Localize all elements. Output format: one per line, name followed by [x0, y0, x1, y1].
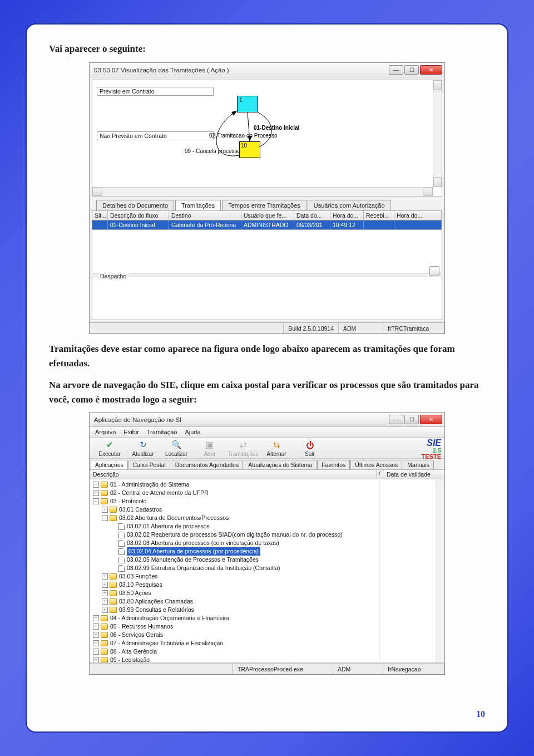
expand-icon[interactable]: + — [102, 598, 108, 605]
diagram-label-cancela: 99 - Cancela processo — [185, 148, 240, 154]
tree-view[interactable]: +01 - Administração do Sistema+02 - Cent… — [90, 479, 444, 663]
expand-icon[interactable]: + — [93, 624, 99, 630]
tab-atualizacoes[interactable]: Atualizações do Sistema — [244, 460, 317, 469]
status-form: frTRCTramitaca — [383, 323, 444, 333]
menu-arquivo[interactable]: Arquivo — [95, 429, 116, 435]
tree-item[interactable]: +03.50 Ações — [90, 589, 444, 597]
status-user2: ADM — [333, 663, 383, 674]
tree-item[interactable]: +03.01 Cadastros — [90, 505, 444, 514]
tree-item[interactable]: +08 - Alta Gerência — [90, 647, 444, 656]
tree-item[interactable]: +03.80 Aplicações Chamadas — [90, 597, 444, 606]
tree-item[interactable]: 03.02.02 Reabertura de processos SIAD(co… — [90, 531, 444, 539]
tab-caixa-postal[interactable]: Caixa Postal — [128, 460, 170, 469]
tool-atualizar[interactable]: ↻Atualizar — [126, 440, 160, 457]
nav-maximize-button[interactable]: ☐ — [404, 415, 419, 424]
tree-item[interactable]: +02 - Central de Atendimento da UFPR — [90, 489, 444, 497]
col-descricao[interactable]: Descrição — [90, 470, 377, 479]
scrollbar-vertical[interactable] — [433, 80, 442, 187]
tab-manuais[interactable]: Manuais — [403, 460, 434, 469]
expand-icon[interactable]: + — [102, 582, 108, 588]
intro-text: Vai aparecer o seguinte: — [49, 43, 485, 55]
tab-tempos[interactable]: Tempos entre Tramitações — [222, 200, 306, 210]
tool-localizar[interactable]: 🔍Localizar — [160, 440, 193, 457]
tool-label: Sair — [305, 451, 315, 457]
tree-item[interactable]: +01 - Administração do Sistema — [90, 480, 444, 489]
tree-item[interactable]: +06 - Serviços Gerais — [90, 631, 444, 639]
status-bar: Build 2.5.0.10914 ADM frTRCTramitaca — [90, 322, 444, 333]
tree-item-label: 03.50 Ações — [119, 589, 151, 597]
tree-item[interactable]: 03.02.99 Estrutura Organizacional da Ins… — [90, 564, 444, 572]
tab-detalhes[interactable]: Detalhes do Documento — [96, 200, 174, 210]
expand-icon[interactable]: + — [93, 649, 99, 655]
collapse-icon[interactable]: - — [93, 498, 99, 504]
folder-icon — [101, 615, 108, 621]
tree-item[interactable]: +05 - Recursos Humanos — [90, 622, 444, 631]
tree-item[interactable]: 03.02.05 Manutenção de Processos e Trami… — [90, 556, 444, 564]
tool-sair[interactable]: ⏻Sair — [293, 440, 327, 457]
expand-icon[interactable]: + — [102, 607, 108, 613]
nav-titlebar: Aplicação de Navegação no SI — ☐ ✕ — [90, 413, 444, 427]
status-exe: TRAProcessoProced.exe — [233, 663, 333, 674]
maximize-button[interactable]: ☐ — [404, 65, 419, 75]
tree-item-label: 03.03 Funções — [119, 572, 157, 581]
tree-item-label: 03.02 Abertura de Documentos/Processos — [119, 514, 229, 522]
col-divider-handle[interactable]: / — [377, 470, 383, 479]
expand-icon[interactable]: + — [102, 573, 108, 580]
tree-item[interactable]: +04 - Administração Orçamentária e Finan… — [90, 614, 444, 622]
diagram-label-tramitacao: 02-Tramitacao do Processo — [209, 132, 277, 139]
expand-icon[interactable]: + — [93, 490, 99, 496]
tree-item[interactable]: -03.02 Abertura de Documentos/Processos — [90, 514, 444, 522]
tree-item[interactable]: 03.02.01 Abertura de processos — [90, 522, 444, 531]
despacho-groupbox: Despacho — [92, 277, 442, 320]
scrollbar-horizontal[interactable] — [92, 187, 433, 196]
tab-ultimos[interactable]: Últimos Acessos — [350, 460, 402, 469]
tool-icon: ⇄ — [238, 440, 248, 450]
tab-tramitacoes[interactable]: Tramitações — [175, 200, 221, 210]
expand-icon[interactable]: + — [93, 632, 99, 638]
nav-minimize-button[interactable]: — — [389, 415, 403, 424]
tree-item-label: 03.02.01 Abertura de processos — [127, 522, 210, 531]
tab-usuarios[interactable]: Usuários com Autorização — [308, 200, 391, 210]
expand-icon[interactable]: + — [102, 590, 108, 596]
tree-item[interactable]: +07 - Administração Tributária e Fiscali… — [90, 639, 444, 647]
print-icon[interactable] — [429, 266, 439, 276]
expand-icon[interactable]: + — [93, 615, 99, 621]
menu-ajuda[interactable]: Ajuda — [185, 429, 200, 435]
tool-label: Executar — [98, 451, 120, 457]
tree-item[interactable]: +03.03 Funções — [90, 572, 444, 581]
expand-icon[interactable]: + — [93, 640, 99, 646]
tab-favoritos[interactable]: Favoritos — [317, 460, 350, 469]
expand-icon[interactable]: + — [102, 507, 108, 513]
tab-doc-agendados[interactable]: Documentos Agendados — [171, 460, 243, 469]
tab-row: Detalhes do Documento Tramitações Tempos… — [92, 200, 442, 210]
paragraph-2: Na arvore de navegação do SIE, clique em… — [49, 378, 485, 406]
menu-tramitacao[interactable]: Tramitação — [147, 429, 177, 435]
minimize-button[interactable]: — — [389, 65, 403, 75]
tool-alternar[interactable]: ⇆Alternar — [260, 440, 293, 457]
tool-abrir: ▣Abrir — [193, 440, 226, 457]
nav-tab-row: Aplicações Caixa Postal Documentos Agend… — [90, 459, 444, 470]
page-frame: Vai aparecer o seguinte: 03.50.07 Visual… — [26, 23, 508, 733]
nav-close-button[interactable]: ✕ — [420, 415, 442, 424]
tree-item[interactable]: 03.02.04 Abertura de processos (por proc… — [90, 547, 444, 556]
tab-aplicacoes[interactable]: Aplicações — [91, 460, 128, 469]
expand-icon[interactable]: + — [93, 482, 99, 488]
tool-executar[interactable]: ✔Executar — [93, 440, 126, 457]
tree-item-label: 03.02.99 Estrutura Organizacional da Ins… — [127, 564, 280, 572]
tree-item-label: 05 - Recursos Humanos — [110, 622, 173, 631]
menu-exibir[interactable]: Exibir — [123, 429, 139, 435]
expand-icon[interactable]: + — [93, 657, 99, 663]
tree-scrollbar[interactable] — [436, 479, 444, 662]
tree-item[interactable]: +09 - Legislação — [90, 656, 444, 663]
tool-label: Tramitações — [228, 451, 259, 457]
despacho-legend: Despacho — [98, 273, 128, 279]
grid-row-selected[interactable]: 01-Destino Inicial Gabinete da Pró-Reito… — [92, 220, 442, 230]
status-user: ADM — [339, 323, 383, 333]
tree-item[interactable]: +03.99 Consultas e Relatórios — [90, 606, 444, 614]
collapse-icon[interactable]: - — [102, 515, 108, 521]
tree-item[interactable]: -03 - Protocolo — [90, 497, 444, 505]
tree-item[interactable]: 03.02.03 Abertura de processos (com vinc… — [90, 539, 444, 547]
tree-item[interactable]: +03.10 Pesquisas — [90, 581, 444, 589]
close-button[interactable]: ✕ — [420, 65, 442, 75]
col-validade[interactable]: Data de validade — [383, 470, 444, 479]
